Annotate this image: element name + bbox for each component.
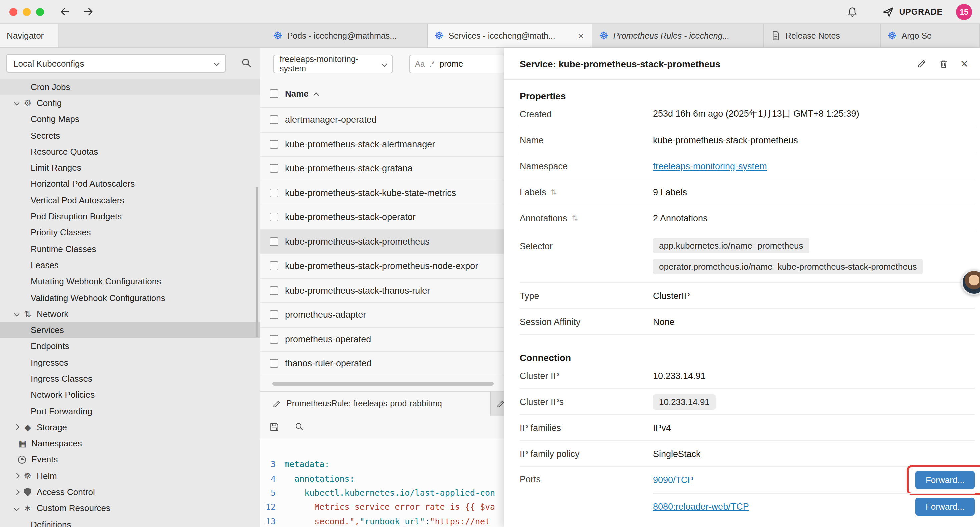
port-link[interactable]: 9090/TCP <box>653 475 694 485</box>
yaml-editor[interactable]: 3metadata:4 annotations:5 kubectl.kubern… <box>260 438 504 527</box>
dock-tab-prometheusrule[interactable]: PrometheusRule: freeleaps-prod-rabbitmq <box>260 392 491 416</box>
close-window-button[interactable] <box>10 8 18 16</box>
upgrade-button[interactable]: UPGRADE <box>881 6 943 18</box>
table-row[interactable]: kube-prometheus-stack-alertmanager <box>260 132 504 157</box>
save-button[interactable] <box>269 421 280 432</box>
sidebar-item-resource-quotas[interactable]: Resource Quotas <box>0 143 260 160</box>
regex-toggle[interactable]: .* <box>429 59 434 69</box>
namespace-filter-select[interactable]: freeleaps-monitoring-system <box>273 55 393 73</box>
sidebar-item-events[interactable]: Events <box>0 452 260 468</box>
sidebar-item-runtime-classes[interactable]: Runtime Classes <box>0 241 260 257</box>
sidebar-item-endpoints[interactable]: Endpoints <box>0 338 260 355</box>
table-row[interactable]: alertmanager-operated <box>260 108 504 132</box>
property-label: Created <box>520 109 653 119</box>
row-checkbox[interactable] <box>269 164 278 173</box>
sidebar-item-horizontal-pod-autoscalers[interactable]: Horizontal Pod Autoscalers <box>0 176 260 193</box>
table-row[interactable]: kube-prometheus-stack-grafana <box>260 157 504 181</box>
row-checkbox[interactable] <box>269 140 278 149</box>
sidebar-item-validating-webhook-configurations[interactable]: Validating Webhook Configurations <box>0 290 260 306</box>
back-button[interactable] <box>59 5 72 18</box>
sidebar-item-label: Validating Webhook Configurations <box>31 293 165 303</box>
row-checkbox[interactable] <box>269 262 278 271</box>
row-name: kube-prometheus-stack-grafana <box>285 164 413 174</box>
forward-button[interactable] <box>82 5 95 18</box>
tab-pods-icecheng-mathmas[interactable]: ☸Pods - icecheng@mathmas... <box>266 24 428 47</box>
sidebar-item-access-control[interactable]: Access Control <box>0 484 260 500</box>
sidebar-item-definitions[interactable]: Definitions <box>0 516 260 527</box>
selector-badge: app.kubernetes.io/name=prometheus <box>653 238 809 253</box>
table-row[interactable]: prometheus-operated <box>260 327 504 352</box>
sidebar-search-button[interactable] <box>241 57 252 69</box>
tab-label: Services - icecheng@math... <box>449 31 572 40</box>
sidebar-item-custom-resources[interactable]: ∗Custom Resources <box>0 500 260 516</box>
horizontal-scrollbar[interactable] <box>272 382 494 385</box>
sidebar-item-cron-jobs[interactable]: Cron Jobs <box>0 79 260 95</box>
close-tab-icon[interactable]: × <box>576 30 585 41</box>
dock-tab-partial[interactable] <box>491 392 504 416</box>
edit-button[interactable] <box>916 59 927 69</box>
minimize-window-button[interactable] <box>23 8 31 16</box>
table-row[interactable]: kube-prometheus-stack-prometheus-node-ex… <box>260 254 504 279</box>
zoom-window-button[interactable] <box>36 8 44 16</box>
property-row-created: Created253d 16h 6m ago (2025年1月13日 GMT+8… <box>520 101 975 127</box>
select-all-checkbox[interactable] <box>269 89 278 98</box>
table-row[interactable]: kube-prometheus-stack-thanos-ruler <box>260 279 504 303</box>
table-row[interactable]: kube-prometheus-stack-prometheus <box>260 230 504 254</box>
property-value: 10.233.14.91 <box>653 371 975 381</box>
table-row[interactable]: kube-prometheus-stack-kube-state-metrics <box>260 181 504 205</box>
sidebar-item-leases[interactable]: Leases <box>0 257 260 274</box>
row-checkbox[interactable] <box>269 335 278 344</box>
tab-argo-se[interactable]: ☸Argo Se <box>881 24 980 47</box>
sidebar-scrollbar[interactable] <box>256 187 258 337</box>
sidebar-item-services[interactable]: Services <box>0 322 260 338</box>
code-segment: second.", <box>284 516 360 526</box>
property-row-type: TypeClusterIP <box>520 283 975 309</box>
table-row[interactable]: prometheus-adapter <box>260 303 504 327</box>
namespace-link[interactable]: freeleaps-monitoring-system <box>653 161 767 171</box>
tab-prometheus-rules-icecheng[interactable]: ☸Prometheus Rules - icecheng... <box>592 24 764 47</box>
column-header-name[interactable]: Name <box>285 89 309 99</box>
sidebar-item-port-forwarding[interactable]: Port Forwarding <box>0 403 260 419</box>
sidebar-item-network-policies[interactable]: Network Policies <box>0 387 260 403</box>
kubernetes-icon: ☸ <box>273 30 283 41</box>
kubeconfig-selector[interactable]: Local Kubeconfigs <box>6 54 226 73</box>
row-checkbox[interactable] <box>269 310 278 319</box>
tab-release-notes[interactable]: Release Notes <box>764 24 881 47</box>
table-row[interactable]: kube-prometheus-stack-operator <box>260 205 504 230</box>
sidebar-item-priority-classes[interactable]: Priority Classes <box>0 224 260 241</box>
sort-toggle-icon[interactable]: ⇅ <box>572 214 578 223</box>
sidebar-item-config-maps[interactable]: Config Maps <box>0 111 260 127</box>
row-checkbox[interactable] <box>269 213 278 222</box>
sidebar-item-ingresses[interactable]: Ingresses <box>0 354 260 371</box>
sidebar-item-ingress-classes[interactable]: Ingress Classes <box>0 371 260 387</box>
forward-button[interactable]: Forward... <box>916 497 975 515</box>
close-detail-button[interactable]: × <box>961 57 968 70</box>
sidebar-item-pod-disruption-budgets[interactable]: Pod Disruption Budgets <box>0 209 260 225</box>
forward-button[interactable]: Forward... <box>916 471 975 489</box>
sidebar-item-config[interactable]: ⚙Config <box>0 95 260 111</box>
table-row[interactable]: thanos-ruler-operated <box>260 352 504 376</box>
port-link[interactable]: 8080:reloader-web/TCP <box>653 502 749 511</box>
sidebar-item-helm[interactable]: ☸Helm <box>0 468 260 484</box>
row-checkbox[interactable] <box>269 189 278 197</box>
match-case-toggle[interactable]: Aa <box>415 59 425 69</box>
sidebar-item-network[interactable]: ⇅Network <box>0 306 260 322</box>
search-input[interactable]: Aa .* prome <box>409 55 504 73</box>
tab-services-icecheng-math[interactable]: ☸Services - icecheng@math...× <box>428 24 592 47</box>
row-checkbox[interactable] <box>269 359 278 368</box>
sidebar-item-mutating-webhook-configurations[interactable]: Mutating Webhook Configurations <box>0 273 260 290</box>
sidebar-item-storage[interactable]: ◆Storage <box>0 419 260 435</box>
notification-badge[interactable]: 15 <box>956 4 972 20</box>
sidebar-item-limit-ranges[interactable]: Limit Ranges <box>0 160 260 176</box>
sidebar-item-vertical-pod-autoscalers[interactable]: Vertical Pod Autoscalers <box>0 192 260 209</box>
row-checkbox[interactable] <box>269 286 278 295</box>
sort-toggle-icon[interactable]: ⇅ <box>551 188 557 196</box>
editor-search-button[interactable] <box>294 422 304 431</box>
sidebar-item-label: Definitions <box>31 519 71 527</box>
sidebar-item-secrets[interactable]: Secrets <box>0 127 260 144</box>
row-checkbox[interactable] <box>269 237 278 246</box>
delete-button[interactable] <box>939 58 949 69</box>
notifications-bell-icon[interactable] <box>846 6 858 18</box>
row-checkbox[interactable] <box>269 116 278 124</box>
sidebar-item-namespaces[interactable]: ▦Namespaces <box>0 435 260 452</box>
